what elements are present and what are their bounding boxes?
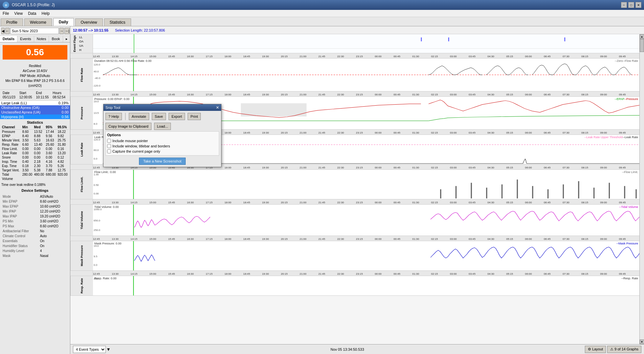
svg-text:18:45: 18:45 xyxy=(243,272,250,275)
take-screenshot-button[interactable]: Take a New Screenshot xyxy=(139,158,186,165)
popup-help-button[interactable]: ? Help xyxy=(105,113,122,120)
date-input[interactable] xyxy=(10,28,59,34)
sub-tab-more[interactable]: ▸ xyxy=(63,36,70,42)
svg-text:04:30: 04:30 xyxy=(487,131,494,134)
popup-body: ? Help Annotate Save Export Print Copy I… xyxy=(104,111,221,167)
tab-profile[interactable]: Profile xyxy=(1,18,23,26)
event-flags-row: Event Flags LL OA UA H xyxy=(70,34,639,53)
flow-limit-canvas[interactable]: Flow Limit.: 0.00 --Flow Limit. 1.00 0.5… xyxy=(93,170,639,199)
sub-tab-details[interactable]: Details xyxy=(0,36,17,42)
popup-load-button[interactable]: Load... xyxy=(154,123,171,130)
svg-text:19:30: 19:30 xyxy=(262,131,269,134)
tidal-volume-canvas[interactable]: Tidal Volume: 0.00 --Tidal Volume 1050.0… xyxy=(93,205,639,236)
svg-text:08:15: 08:15 xyxy=(581,55,588,58)
sub-tab-book[interactable]: Book xyxy=(49,36,63,42)
nav-prev-day-button[interactable]: ← xyxy=(5,28,10,34)
stats-cell: 3.70 xyxy=(45,164,57,168)
stats-cell: Volume xyxy=(1,177,22,181)
tab-statistics[interactable]: Statistics xyxy=(104,18,131,26)
popup-title: Snip Tool xyxy=(105,106,120,110)
menu-help[interactable]: Help xyxy=(39,11,53,16)
scroll-down-arrow[interactable]: ▼ xyxy=(640,340,644,344)
settings-value: 10.60 cmH2O xyxy=(39,204,68,209)
stats-cell: 13.40 xyxy=(34,142,45,147)
mouse-pointer-checkbox[interactable] xyxy=(107,139,111,143)
svg-text:03:45: 03:45 xyxy=(469,93,475,96)
right-scrollbar[interactable]: ▲ ▼ xyxy=(639,34,644,344)
svg-text:01:30: 01:30 xyxy=(412,201,419,204)
svg-text:23:15: 23:15 xyxy=(356,93,363,96)
flow-limit-y-min: 0.00 xyxy=(94,192,99,195)
svg-text:07:30: 07:30 xyxy=(563,131,569,134)
flow-rate-label: Flow Rate xyxy=(70,59,93,91)
popup-annotate-button[interactable]: Annotate xyxy=(129,113,149,120)
svg-text:18:45: 18:45 xyxy=(243,201,250,204)
svg-text:22:30: 22:30 xyxy=(337,166,344,169)
svg-text:22:30: 22:30 xyxy=(337,201,344,204)
svg-text:21:45: 21:45 xyxy=(318,131,325,134)
svg-text:03:00: 03:00 xyxy=(450,131,457,134)
mask-pressure-svg xyxy=(103,241,639,270)
sub-tab-notes[interactable]: Notes xyxy=(34,36,49,42)
svg-text:09:00: 09:00 xyxy=(600,55,607,58)
mask-pressure-canvas[interactable]: Mask Pressure: 0.00 --Mask Pressure 19.0… xyxy=(93,241,639,270)
resp-rate-canvas[interactable]: Resp. Rate: 0.00 --Resp. Rate 45.0 xyxy=(93,276,639,295)
nav-end-button[interactable]: →| xyxy=(64,28,70,34)
right-panel: 12:00:57 --> 10:11:55 Selection Length: … xyxy=(70,26,644,354)
stats-cell: 0.00 xyxy=(45,155,57,160)
titlebar-controls[interactable]: − □ ✕ xyxy=(621,2,641,8)
popup-save-button[interactable]: Save xyxy=(152,113,166,120)
menu-view[interactable]: View xyxy=(12,11,25,16)
svg-text:15:45: 15:45 xyxy=(168,272,175,275)
menu-file[interactable]: File xyxy=(0,11,12,16)
tab-welcome[interactable]: Welcome xyxy=(24,18,52,26)
tab-overview[interactable]: Overview xyxy=(75,18,103,26)
resp-rate-title: Resp. Rate: 0.00 xyxy=(94,277,117,280)
stats-cell: Snore xyxy=(1,155,22,160)
selection-length: Selection Length: 22:10:57.806 xyxy=(115,28,165,32)
popup-print-button[interactable]: Print xyxy=(188,113,201,120)
stats-cell: Pressure xyxy=(1,130,22,134)
time-axis-7: 12:4513:3014:1515:0015:4516:3017:1518:00… xyxy=(70,271,639,276)
svg-text:08:15: 08:15 xyxy=(581,201,588,204)
settings-label: PS Max xyxy=(2,224,39,228)
svg-text:17:15: 17:15 xyxy=(206,201,213,204)
stats-cell: Leak Rate xyxy=(1,151,22,155)
scroll-thumb[interactable] xyxy=(640,39,644,52)
layout-button[interactable]: ⚙ Layout xyxy=(585,346,606,353)
capture-checkbox[interactable] xyxy=(107,149,111,153)
event-flags-canvas[interactable] xyxy=(93,34,639,53)
popup-close-button[interactable]: ✕ xyxy=(216,105,219,110)
stats-cell: 0.00 xyxy=(34,151,45,155)
events-list: Large Leak (LL) 0.19% Obstructive Apnea … xyxy=(0,101,70,119)
nav-prev-button[interactable]: ◀ xyxy=(1,28,5,34)
event-type-dropdown-arrow[interactable]: ▾ xyxy=(107,346,110,352)
tab-daily[interactable]: Daily xyxy=(53,18,74,26)
resp-rate-legend: --Resp. Rate xyxy=(621,277,638,280)
event-types-select[interactable]: 4 Event Types xyxy=(73,346,106,353)
svg-text:06:45: 06:45 xyxy=(544,201,551,204)
settings-label: Humidifier Status xyxy=(2,244,39,248)
settings-value: 8.60 cmH2O xyxy=(39,224,68,228)
maximize-button[interactable]: □ xyxy=(628,2,634,8)
settings-value: 3.60 cmH2O xyxy=(39,219,68,223)
minimize-button[interactable]: − xyxy=(621,2,627,8)
svg-text:21:45: 21:45 xyxy=(318,166,325,169)
svg-text:02:15: 02:15 xyxy=(431,55,438,58)
flow-rate-canvas[interactable]: Duration 08:52:01 AHI 0.56 Flow Rate: 0.… xyxy=(93,59,639,91)
menu-data[interactable]: Data xyxy=(25,11,39,16)
svg-text:16:30: 16:30 xyxy=(187,238,194,240)
sub-tab-events[interactable]: Events xyxy=(17,36,34,42)
popup-export-button[interactable]: Export xyxy=(169,113,185,120)
popup-nav-buttons: ? Help Annotate Save Export Print Copy I… xyxy=(105,113,219,130)
graphs-button[interactable]: ⚠ 9 of 14 Graphs xyxy=(607,346,641,353)
svg-rect-137 xyxy=(578,181,579,198)
popup-copy-button[interactable]: Copy Image to Clipboard xyxy=(105,123,151,130)
close-button[interactable]: ✕ xyxy=(635,2,641,8)
scroll-up-arrow[interactable]: ▲ xyxy=(640,34,644,39)
stats-cell: 13.52 xyxy=(34,130,45,134)
window-checkbox[interactable] xyxy=(107,144,111,148)
popup-mouse-pointer-option: Include mouse pointer xyxy=(107,138,218,143)
time-axis-flags xyxy=(93,48,639,53)
nav-next-day-button[interactable]: → xyxy=(59,28,64,34)
